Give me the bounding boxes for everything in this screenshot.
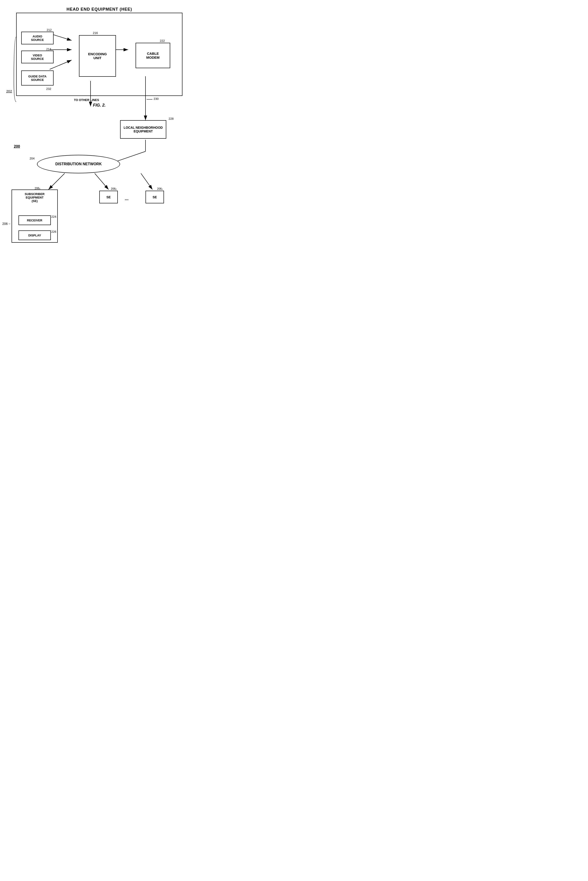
svg-line-12: [95, 173, 108, 189]
lne-ref: 228: [169, 117, 174, 120]
cable-modem-ref: 222: [160, 39, 165, 42]
display-label: DISPLAY: [28, 234, 41, 237]
video-source-ref: 214: [46, 47, 51, 51]
receiver-ref: 224: [51, 215, 56, 218]
encoding-unit-label: ENCODING UNIT: [88, 52, 107, 60]
diagram-container: HEAD END EQUIPMENT (HEE) AUDIO SOURCE 21…: [9, 7, 189, 108]
sub-eq-arrow-ref: 206→: [2, 222, 11, 226]
figure-caption: FIG. 2.: [9, 103, 189, 108]
hee-title: HEAD END EQUIPMENT (HEE): [9, 7, 189, 12]
se-n-label: SE: [153, 195, 157, 199]
dist-network-ref: 204: [30, 157, 34, 160]
audio-source-ref: 212: [46, 28, 52, 32]
sub-eq-ref1: 206₁: [34, 187, 40, 190]
receiver-box: RECEIVER: [18, 215, 51, 225]
display-box: DISPLAY: [18, 230, 51, 240]
distribution-network-ellipse: DISTRIBUTION NETWORK: [37, 155, 120, 173]
se-n-ref: 206ₙ: [157, 187, 163, 191]
to-other-lines-label: TO OTHER LINES: [74, 98, 99, 102]
display-ref: 226: [51, 230, 56, 233]
guide-data-source-box: GUIDE DATA SOURCE: [21, 71, 54, 86]
audio-source-box: AUDIO SOURCE: [21, 32, 54, 44]
svg-line-11: [48, 173, 64, 189]
dist-network-label: DISTRIBUTION NETWORK: [56, 162, 102, 166]
sub-eq-label: SUBSCRIBER EQUIPMENT (SE): [25, 192, 45, 203]
diagram-ref: 200: [14, 144, 20, 149]
receiver-label: RECEIVER: [27, 219, 42, 222]
sub-eq-title: SUBSCRIBER EQUIPMENT (SE): [12, 190, 57, 203]
cable-modem-box: CABLE MODEM: [136, 43, 170, 68]
se2-ref: 206₂: [111, 187, 117, 191]
se2-box: SE: [99, 191, 118, 203]
hee-box: AUDIO SOURCE 212 VIDEO SOURCE 214 GUIDE …: [16, 13, 183, 96]
lne-label: LOCAL NEIGHBORHOOD EQUIPMENT: [123, 126, 163, 133]
encoding-unit-ref: 216: [93, 31, 98, 35]
video-source-label: VIDEO SOURCE: [31, 54, 44, 60]
lne-box: LOCAL NEIGHBORHOOD EQUIPMENT: [120, 120, 166, 139]
video-source-box: VIDEO SOURCE: [21, 51, 54, 63]
se-n-box: SE: [146, 191, 164, 203]
subscriber-equipment-box: SUBSCRIBER EQUIPMENT (SE) RECEIVER 224 D…: [12, 189, 58, 243]
encoding-unit-box: ENCODING UNIT: [79, 35, 116, 77]
guide-data-source-ref: 232: [46, 87, 51, 90]
cable-modem-label: CABLE MODEM: [146, 51, 160, 59]
hee-ref: 202: [6, 89, 12, 93]
se2-label: SE: [106, 195, 111, 199]
line-ref-230: 230: [154, 97, 159, 101]
guide-data-source-label: GUIDE DATA SOURCE: [28, 75, 46, 81]
svg-line-13: [141, 173, 152, 189]
dots: ...: [125, 196, 129, 201]
audio-source-label: AUDIO SOURCE: [31, 35, 44, 42]
